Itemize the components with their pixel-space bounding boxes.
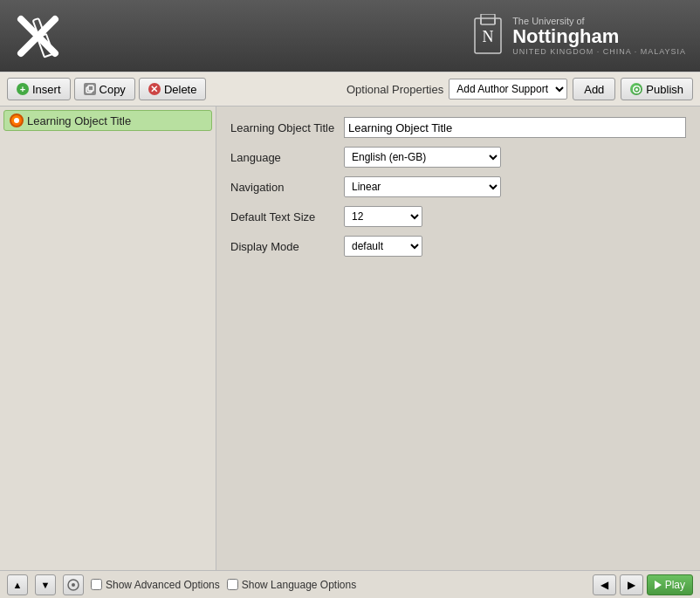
title-label: Learning Object Title (230, 121, 344, 134)
show-advanced-checkbox[interactable] (91, 579, 102, 590)
svg-point-14 (72, 583, 75, 587)
show-advanced-label[interactable]: Show Advanced Options (91, 579, 220, 591)
optional-properties-label: Optional Properties (347, 83, 443, 96)
copy-button[interactable]: Copy (74, 78, 135, 100)
optional-properties-select[interactable]: Add Author Support Add Keywords Add Desc… (450, 79, 566, 99)
svg-rect-5 (481, 14, 495, 24)
play-label: Play (665, 579, 685, 591)
header: N The University of Nottingham UNITED KI… (0, 0, 700, 72)
uni-sub-line: UNITED KINGDOM · CHINA · MALAYSIA (512, 47, 686, 56)
navigation-row: Navigation Linear Non-linear Random (230, 176, 686, 197)
navigation-label: Navigation (230, 181, 344, 194)
insert-label: Insert (32, 83, 61, 96)
prev-button[interactable]: ◀ (593, 574, 616, 595)
tree-item-icon (10, 113, 24, 127)
insert-button[interactable]: + Insert (7, 78, 71, 100)
display-mode-label: Display Mode (230, 240, 344, 253)
optional-properties-section: Optional Properties Add Author Support A… (347, 78, 693, 100)
delete-icon: ✕ (148, 83, 161, 95)
play-button[interactable]: Play (647, 574, 693, 595)
next-button[interactable]: ▶ (620, 574, 643, 595)
up-button[interactable]: ▲ (7, 574, 28, 595)
sidebar: Learning Object Title (0, 107, 216, 570)
optional-properties-select-wrap: Add Author Support Add Keywords Add Desc… (449, 79, 567, 100)
navigation-select-wrap: Linear Non-linear Random (344, 176, 501, 197)
svg-text:N: N (483, 28, 494, 45)
app-logo (14, 12, 62, 60)
display-mode-row: Display Mode default popup fullscreen (230, 236, 686, 257)
svg-point-12 (635, 88, 638, 91)
display-mode-select-wrap: default popup fullscreen (344, 236, 422, 257)
language-label: Language (230, 151, 344, 164)
university-logo: N The University of Nottingham UNITED KI… (470, 14, 686, 58)
svg-rect-10 (88, 86, 93, 91)
status-icon-svg (66, 578, 80, 592)
properties-panel: Learning Object Title Language English (… (216, 107, 700, 570)
show-language-checkbox[interactable] (227, 579, 238, 590)
title-input[interactable] (344, 117, 686, 138)
text-size-label: Default Text Size (230, 210, 344, 223)
show-language-text: Show Language Options (242, 579, 356, 591)
statusbar: ▲ ▼ Show Advanced Options Show Language … (0, 570, 700, 598)
show-language-label[interactable]: Show Language Options (227, 579, 356, 591)
display-mode-select[interactable]: default popup fullscreen (345, 237, 422, 256)
text-size-select-wrap: 10 11 12 14 16 (344, 206, 422, 227)
title-row: Learning Object Title (230, 117, 686, 138)
university-text: The University of Nottingham UNITED KING… (512, 16, 686, 56)
add-label: Add (584, 83, 604, 96)
text-size-row: Default Text Size 10 11 12 14 16 (230, 206, 686, 227)
language-select-wrap: English (en-GB) English (en-US) French G… (344, 147, 501, 168)
main-content: Learning Object Title Learning Object Ti… (0, 107, 700, 570)
right-nav: ◀ ▶ Play (593, 574, 693, 595)
insert-icon: + (17, 83, 29, 95)
copy-icon (84, 83, 96, 95)
uni-crest-icon: N (470, 14, 505, 58)
play-icon (655, 581, 662, 589)
language-select[interactable]: English (en-GB) English (en-US) French G… (345, 148, 500, 167)
toolbar: + Insert Copy ✕ Delete Optional Properti… (0, 72, 700, 107)
tree-item-learning-object[interactable]: Learning Object Title (3, 110, 212, 131)
status-icon (63, 574, 84, 595)
language-row: Language English (en-GB) English (en-US)… (230, 147, 686, 168)
publish-icon (630, 83, 642, 95)
copy-label: Copy (100, 83, 126, 96)
show-advanced-text: Show Advanced Options (106, 579, 220, 591)
down-button[interactable]: ▼ (35, 574, 56, 595)
delete-button[interactable]: ✕ Delete (139, 78, 207, 100)
publish-button[interactable]: Publish (621, 78, 693, 100)
delete-label: Delete (164, 83, 197, 96)
text-size-select[interactable]: 10 11 12 14 16 (345, 207, 422, 226)
add-button[interactable]: Add (573, 78, 615, 100)
x-icon (14, 12, 62, 60)
uni-name: Nottingham (512, 26, 686, 47)
navigation-select[interactable]: Linear Non-linear Random (345, 177, 500, 196)
publish-label: Publish (646, 83, 683, 96)
tree-item-label: Learning Object Title (27, 114, 131, 127)
